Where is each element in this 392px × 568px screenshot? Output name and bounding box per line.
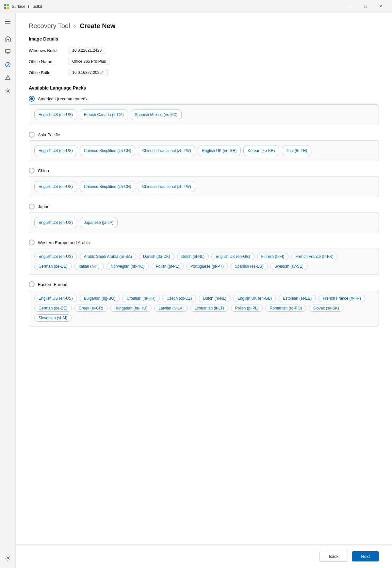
breadcrumb-separator: › (74, 23, 76, 29)
svg-rect-1 (7, 4, 9, 6)
region-radio-asia-pacific[interactable]: Asia Pacific (29, 132, 379, 138)
sidebar-item-configure[interactable] (2, 85, 14, 97)
regions-container: Americas (recommended)English US (en-US)… (29, 96, 379, 326)
svg-rect-5 (5, 21, 10, 22)
region-label-western-europe: Western Europe and Arabic (38, 240, 90, 245)
titlebar: Surface IT Toolkit — □ ✕ (0, 0, 392, 13)
svg-rect-6 (5, 23, 10, 24)
office-build-row: Office Build: 16.0.16327.20264 (29, 69, 379, 76)
maximize-button[interactable]: □ (358, 0, 373, 13)
sidebar-item-home[interactable] (2, 33, 14, 44)
app-layout: Recovery Tool › Create New Image Details… (0, 13, 392, 568)
sidebar (0, 13, 16, 568)
lang-tag: Chinese Simplified (zh-CN) (80, 145, 136, 156)
lang-tag: Japanese (ja-JP) (80, 217, 118, 228)
home-icon (5, 36, 11, 42)
recovery-icon (5, 62, 11, 68)
windows-build-row: Windows Build: 10.0.22621.2428 (29, 47, 379, 54)
lang-tags-box-americas: English US (en-US)French Canada (fr-CA)S… (29, 104, 379, 125)
region-label-eastern-europe: Eastern Europe (38, 282, 67, 287)
lang-tags-box-china: English US (en-US)Chinese Simplified (zh… (29, 176, 379, 197)
lang-tag: Estonian (et-EE) (279, 295, 316, 302)
svg-point-10 (6, 62, 10, 67)
lang-tag: Chinese Traditional (zh-TW) (138, 145, 195, 156)
office-build-value: 16.0.16327.20264 (69, 69, 107, 76)
lang-tag: Portuguese (pt-PT) (186, 263, 228, 270)
svg-point-15 (7, 558, 8, 559)
lang-tag: English UK (en-GB) (198, 145, 241, 156)
lang-tag: Polish (pl-PL) (231, 305, 263, 312)
minimize-button[interactable]: — (343, 0, 358, 13)
region-radio-americas[interactable]: Americas (recommended) (29, 96, 379, 102)
lang-tag: Italian (it-IT) (74, 263, 104, 270)
region-radio-japan[interactable]: Japan (29, 204, 379, 209)
sidebar-bottom (2, 552, 14, 568)
settings-icon (5, 555, 11, 561)
lang-tag: Czech (cs-CZ) (162, 295, 196, 302)
lang-tag: Spanish Mexico (es-MX) (131, 109, 182, 120)
region-radio-eastern-europe[interactable]: Eastern Europe (29, 281, 379, 287)
lang-tag: English US (en-US) (34, 109, 77, 120)
breadcrumb-current: Create New (80, 22, 115, 30)
svg-rect-0 (4, 4, 6, 6)
deploy-icon (5, 75, 11, 81)
sidebar-item-recovery[interactable] (2, 59, 14, 71)
lang-tag: French France (fr-FR) (318, 295, 365, 302)
sidebar-item-settings[interactable] (2, 552, 14, 564)
office-name-value: Office 365 Pro Plus (69, 58, 109, 65)
language-packs-section: Available Language Packs Americas (recom… (29, 85, 379, 326)
configure-icon (5, 88, 11, 94)
svg-rect-3 (7, 7, 9, 9)
office-build-label: Office Build: (29, 70, 65, 75)
region-western-europe: Western Europe and ArabicEnglish US (en-… (29, 240, 379, 275)
region-label-japan: Japan (38, 204, 49, 209)
office-name-row: Office Name: Office 365 Pro Plus (29, 58, 379, 65)
region-radio-china[interactable]: China (29, 168, 379, 174)
app-icon (4, 4, 9, 9)
lang-tag: Chinese Simplified (zh-CN) (80, 181, 136, 192)
lang-tag: English UK (en-GB) (233, 295, 276, 302)
lang-tag: Greek (el-GR) (74, 305, 107, 312)
lang-tag: English US (en-US) (34, 253, 77, 260)
region-label-china: China (38, 168, 49, 173)
main-content: Recovery Tool › Create New Image Details… (16, 13, 392, 568)
close-button[interactable]: ✕ (373, 0, 388, 13)
region-label-asia-pacific: Asia Pacific (38, 132, 60, 137)
windows-build-label: Windows Build: (29, 48, 65, 53)
lang-tags-box-eastern-europe: English US (en-US)Bulgarian (bg-BG)Croat… (29, 290, 379, 326)
windows-build-value: 10.0.22621.2428 (69, 47, 105, 54)
lang-tag: Hungarian (hu-HU) (110, 305, 152, 312)
lang-tag: Bulgarian (bg-BG) (80, 295, 120, 302)
region-label-americas: Americas (recommended) (38, 96, 87, 101)
radio-circle-asia-pacific (29, 132, 35, 138)
sidebar-item-device[interactable] (2, 46, 14, 58)
lang-tag: German (de-DE) (34, 263, 72, 270)
lang-tag: English US (en-US) (34, 295, 77, 302)
hamburger-menu[interactable] (2, 16, 14, 27)
svg-point-14 (7, 90, 8, 92)
region-china: ChinaEnglish US (en-US)Chinese Simplifie… (29, 168, 379, 197)
device-icon (5, 49, 11, 55)
lang-tags-box-japan: English US (en-US)Japanese (ja-JP) (29, 212, 379, 233)
content-area: Image Details Windows Build: 10.0.22621.… (16, 36, 392, 366)
lang-tag: English US (en-US) (34, 181, 77, 192)
lang-tag: Norwegian (nb-NO) (106, 263, 149, 270)
page-header: Recovery Tool › Create New (16, 13, 392, 36)
radio-circle-americas (29, 96, 35, 102)
lang-tag: English UK (en-GB) (211, 253, 254, 260)
sidebar-item-deploy[interactable] (2, 72, 14, 84)
back-button[interactable]: Back (319, 551, 348, 562)
lang-tag: Dutch (nl-NL) (177, 253, 209, 260)
lang-tag: Romanian (ro-RO) (266, 305, 306, 312)
lang-tag: Latvian (lv-LV) (154, 305, 188, 312)
lang-tag: German (de-DE) (34, 305, 72, 312)
lang-tag: Chinese Traditional (zh-TW) (138, 181, 195, 192)
region-radio-western-europe[interactable]: Western Europe and Arabic (29, 240, 379, 245)
svg-point-13 (8, 79, 8, 79)
lang-tag: Croatian (hr-HR) (122, 295, 160, 302)
breadcrumb-parent[interactable]: Recovery Tool (29, 22, 70, 30)
lang-tag: English US (en-US) (34, 217, 77, 228)
next-button[interactable]: Next (352, 551, 379, 561)
lang-tag: Swedish (sv-SE) (270, 263, 308, 270)
lang-tags-box-western-europe: English US (en-US)Arabic Saudi Arabia (a… (29, 248, 379, 275)
